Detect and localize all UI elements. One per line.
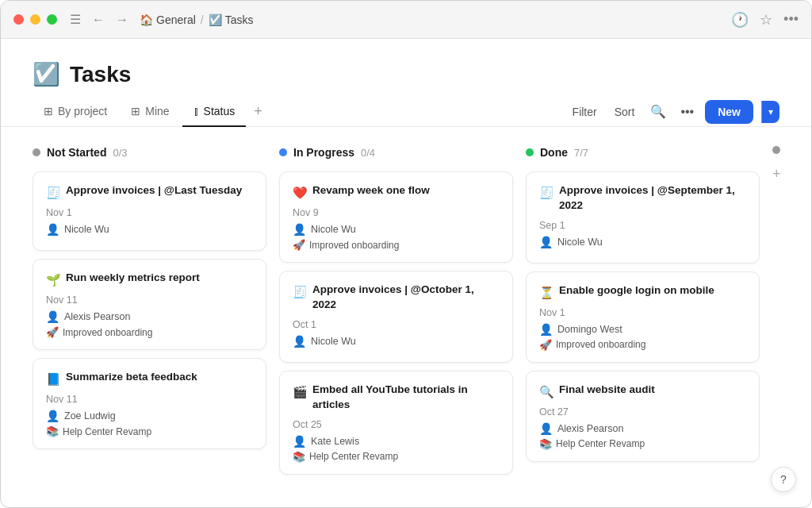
card-title: 🧾 Approve invoices | @September 1, 2022 (539, 183, 746, 214)
status-dot-blue (279, 148, 287, 156)
close-button[interactable] (13, 14, 24, 25)
tab-status[interactable]: ⫿ Status (182, 97, 247, 127)
card-meta: 👤 Nicole Wu (539, 236, 746, 248)
tag-emoji: 🚀 (46, 326, 59, 338)
column-partial: + (772, 143, 804, 182)
avatar-icon: 👤 (293, 223, 306, 236)
column-in-progress: In Progress 0/4 ❤️ Revamp week one flow … (279, 143, 513, 483)
clock-icon[interactable]: 🕐 (731, 11, 749, 29)
card-emoji: 🧾 (293, 283, 308, 300)
card-done-0[interactable]: 🧾 Approve invoices | @September 1, 2022 … (526, 171, 760, 264)
page-title: Tasks (70, 62, 131, 87)
card-date: Oct 25 (293, 419, 500, 430)
more-options-button[interactable]: ••• (677, 102, 697, 122)
card-date: Nov 11 (46, 394, 253, 405)
card-user: Nicole Wu (64, 224, 109, 235)
grid-icon: ⊞ (44, 105, 53, 117)
card-meta: 👤 Alexis Pearson (539, 422, 746, 435)
card-emoji: ❤️ (293, 184, 308, 201)
new-button-dropdown[interactable]: ▾ (761, 101, 779, 123)
card-done-2[interactable]: 🔍 Final website audit Oct 27 👤 Alexis Pe… (526, 371, 760, 462)
card-user: Nicole Wu (311, 336, 356, 347)
card-date: Nov 11 (46, 294, 253, 306)
card-date: Sep 1 (539, 220, 746, 231)
card-in-progress-0[interactable]: ❤️ Revamp week one flow Nov 9 👤 Nicole W… (279, 171, 513, 263)
card-not-started-2[interactable]: 📘 Summarize beta feedback Nov 11 👤 Zoe L… (33, 358, 266, 449)
card-tag: 🚀 Improved onboarding (46, 326, 253, 338)
titlebar: ☰ ← → 🏠 General / ☑️ Tasks 🕐 ☆ ••• (1, 1, 811, 39)
tag-emoji: 🚀 (539, 339, 552, 351)
column-count-done: 7/7 (574, 147, 588, 159)
minimize-button[interactable] (30, 14, 40, 25)
card-emoji: 🎬 (293, 383, 308, 400)
card-user: Domingo West (557, 324, 622, 335)
card-emoji: 🧾 (46, 184, 61, 201)
tasks-icon: ☑️ (209, 13, 222, 26)
card-title: 🧾 Approve invoices | @October 1, 2022 (293, 283, 500, 313)
card-in-progress-2[interactable]: 🎬 Embed all YouTube tutorials in article… (279, 371, 513, 475)
card-meta: 👤 Nicole Wu (293, 335, 500, 348)
card-user: Zoe Ludwig (64, 410, 116, 421)
card-title: 🌱 Run weekly metrics report (46, 271, 253, 288)
column-count-not-started: 0/3 (113, 147, 127, 159)
avatar-icon: 👤 (539, 323, 553, 336)
breadcrumb-general[interactable]: 🏠 General (140, 13, 196, 26)
tab-by-project[interactable]: ⊞ By project (33, 97, 118, 127)
tag-emoji: 📚 (539, 438, 552, 450)
column-count-in-progress: 0/4 (361, 147, 375, 159)
breadcrumb-tasks[interactable]: ☑️ Tasks (209, 13, 254, 26)
avatar-icon: 👤 (539, 236, 553, 248)
columns-icon: ⫿ (193, 105, 199, 117)
forward-button[interactable]: → (113, 11, 132, 29)
breadcrumb-separator: / (201, 13, 204, 26)
filter-button[interactable]: Filter (568, 102, 602, 121)
card-emoji: ⏳ (539, 284, 554, 301)
card-user: Kate Lewis (311, 436, 359, 447)
sort-button[interactable]: Sort (610, 102, 640, 121)
help-button[interactable]: ? (771, 467, 796, 492)
card-date: Nov 1 (46, 207, 253, 218)
column-header-in-progress: In Progress 0/4 (279, 143, 513, 162)
avatar-icon: 👤 (293, 335, 306, 348)
star-icon[interactable]: ☆ (760, 11, 772, 29)
card-title: 📘 Summarize beta feedback (46, 370, 253, 387)
column-title-done: Done (540, 146, 568, 159)
card-meta: 👤 Zoe Ludwig (46, 410, 253, 422)
maximize-button[interactable] (47, 14, 57, 25)
card-meta: 👤 Kate Lewis (293, 435, 500, 448)
tab-mine[interactable]: ⊞ Mine (120, 97, 180, 127)
more-icon[interactable]: ••• (783, 11, 799, 28)
tag-emoji: 📚 (46, 425, 59, 437)
column-title-not-started: Not Started (47, 146, 106, 159)
hamburger-icon[interactable]: ☰ (67, 10, 84, 29)
toolbar-right: Filter Sort 🔍 ••• New ▾ (568, 100, 779, 124)
add-column-button[interactable]: + (772, 167, 781, 181)
card-meta: 👤 Alexis Pearson (46, 310, 253, 323)
card-tag: 🚀 Improved onboarding (293, 239, 500, 251)
column-done: Done 7/7 🧾 Approve invoices | @September… (526, 143, 760, 470)
card-user: Nicole Wu (311, 224, 356, 235)
toolbar: ⊞ By project ⊞ Mine ⫿ Status + Filter So… (1, 97, 811, 127)
add-tab-button[interactable]: + (247, 98, 269, 125)
card-user: Alexis Pearson (557, 423, 623, 434)
card-emoji: 🌱 (46, 271, 61, 288)
new-button[interactable]: New (705, 100, 753, 124)
card-date: Nov 1 (539, 307, 746, 318)
column-not-started: Not Started 0/3 🧾 Approve invoices | @La… (33, 143, 266, 457)
status-dot-partial (772, 146, 780, 154)
card-title: 🎬 Embed all YouTube tutorials in article… (293, 383, 500, 413)
card-not-started-1[interactable]: 🌱 Run weekly metrics report Nov 11 👤 Ale… (33, 259, 266, 350)
card-done-1[interactable]: ⏳ Enable google login on mobile Nov 1 👤 … (526, 271, 760, 363)
traffic-lights (13, 14, 57, 25)
search-button[interactable]: 🔍 (647, 101, 669, 122)
avatar-icon: 👤 (539, 422, 553, 435)
card-not-started-0[interactable]: 🧾 Approve invoices | @Last Tuesday Nov 1… (33, 171, 266, 251)
card-in-progress-1[interactable]: 🧾 Approve invoices | @October 1, 2022 Oc… (279, 271, 513, 363)
board: Not Started 0/3 🧾 Approve invoices | @La… (1, 127, 811, 495)
back-button[interactable]: ← (89, 11, 108, 29)
column-header-not-started: Not Started 0/3 (33, 143, 266, 162)
breadcrumb: 🏠 General / ☑️ Tasks (140, 13, 254, 26)
avatar-icon: 👤 (46, 223, 59, 236)
titlebar-actions: 🕐 ☆ ••• (731, 11, 799, 29)
card-meta: 👤 Nicole Wu (46, 223, 253, 236)
